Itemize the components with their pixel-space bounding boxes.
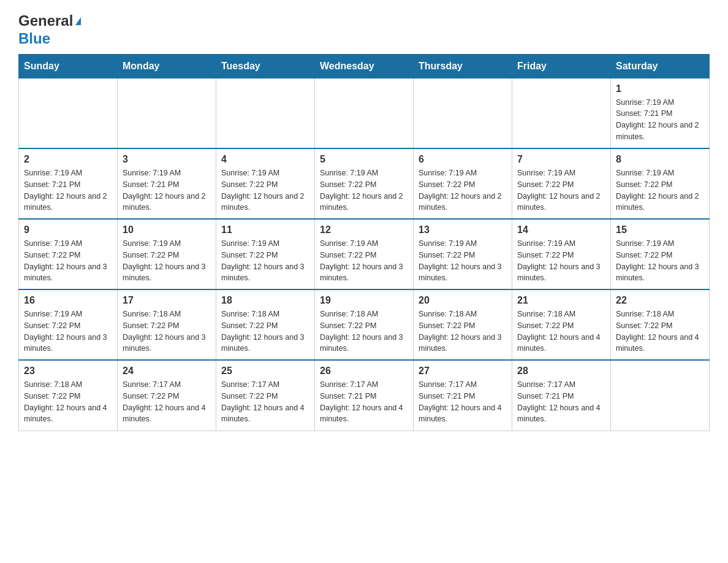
logo-general: General xyxy=(18,12,73,30)
day-number: 28 xyxy=(517,366,605,377)
day-info: Sunrise: 7:18 AMSunset: 7:22 PMDaylight:… xyxy=(616,308,704,354)
day-info: Sunrise: 7:17 AMSunset: 7:21 PMDaylight:… xyxy=(320,379,408,425)
day-info: Sunrise: 7:19 AMSunset: 7:22 PMDaylight:… xyxy=(419,238,507,284)
day-number: 1 xyxy=(616,83,704,94)
day-info: Sunrise: 7:19 AMSunset: 7:22 PMDaylight:… xyxy=(320,167,408,213)
calendar-header-row: SundayMondayTuesdayWednesdayThursdayFrid… xyxy=(19,54,710,78)
calendar-day-cell: 1Sunrise: 7:19 AMSunset: 7:21 PMDaylight… xyxy=(611,78,710,148)
logo-blue: Blue xyxy=(18,30,82,48)
calendar-week-row: 23Sunrise: 7:18 AMSunset: 7:22 PMDayligh… xyxy=(19,360,710,431)
day-info: Sunrise: 7:19 AMSunset: 7:22 PMDaylight:… xyxy=(616,238,704,284)
day-header-tuesday: Tuesday xyxy=(216,54,315,78)
day-header-monday: Monday xyxy=(118,54,216,78)
calendar-day-cell xyxy=(118,78,216,148)
calendar-day-cell: 23Sunrise: 7:18 AMSunset: 7:22 PMDayligh… xyxy=(19,360,118,431)
calendar-day-cell: 13Sunrise: 7:19 AMSunset: 7:22 PMDayligh… xyxy=(414,219,512,289)
day-info: Sunrise: 7:19 AMSunset: 7:22 PMDaylight:… xyxy=(24,238,112,284)
day-number: 2 xyxy=(24,154,112,165)
calendar-day-cell xyxy=(315,78,414,148)
day-info: Sunrise: 7:18 AMSunset: 7:22 PMDaylight:… xyxy=(419,308,507,354)
calendar-day-cell xyxy=(19,78,118,148)
calendar-day-cell xyxy=(216,78,315,148)
day-number: 13 xyxy=(419,224,507,236)
day-info: Sunrise: 7:19 AMSunset: 7:22 PMDaylight:… xyxy=(616,167,704,213)
day-number: 26 xyxy=(320,366,408,377)
day-number: 14 xyxy=(517,224,605,236)
day-header-sunday: Sunday xyxy=(19,54,118,78)
calendar-day-cell: 27Sunrise: 7:17 AMSunset: 7:21 PMDayligh… xyxy=(414,360,512,431)
day-info: Sunrise: 7:18 AMSunset: 7:22 PMDaylight:… xyxy=(123,308,211,354)
day-number: 22 xyxy=(616,295,704,306)
calendar-week-row: 2Sunrise: 7:19 AMSunset: 7:21 PMDaylight… xyxy=(19,148,710,219)
calendar-day-cell: 10Sunrise: 7:19 AMSunset: 7:22 PMDayligh… xyxy=(118,219,216,289)
logo-wordmark: General Blue xyxy=(18,12,82,48)
day-number: 16 xyxy=(24,295,112,306)
day-number: 24 xyxy=(123,366,211,377)
calendar-day-cell: 19Sunrise: 7:18 AMSunset: 7:22 PMDayligh… xyxy=(315,289,414,360)
day-info: Sunrise: 7:17 AMSunset: 7:22 PMDaylight:… xyxy=(221,379,309,425)
day-number: 20 xyxy=(419,295,507,306)
day-info: Sunrise: 7:19 AMSunset: 7:22 PMDaylight:… xyxy=(419,167,507,213)
day-number: 27 xyxy=(419,366,507,377)
calendar-day-cell: 18Sunrise: 7:18 AMSunset: 7:22 PMDayligh… xyxy=(216,289,315,360)
day-number: 17 xyxy=(123,295,211,306)
day-info: Sunrise: 7:19 AMSunset: 7:22 PMDaylight:… xyxy=(24,308,112,354)
calendar-day-cell: 17Sunrise: 7:18 AMSunset: 7:22 PMDayligh… xyxy=(118,289,216,360)
day-number: 3 xyxy=(123,154,211,165)
calendar-week-row: 16Sunrise: 7:19 AMSunset: 7:22 PMDayligh… xyxy=(19,289,710,360)
calendar-table: SundayMondayTuesdayWednesdayThursdayFrid… xyxy=(18,54,710,431)
day-number: 11 xyxy=(221,224,309,236)
logo: General Blue xyxy=(18,12,82,48)
day-number: 9 xyxy=(24,224,112,236)
day-number: 15 xyxy=(616,224,704,236)
day-number: 8 xyxy=(616,154,704,165)
day-info: Sunrise: 7:19 AMSunset: 7:22 PMDaylight:… xyxy=(221,167,309,213)
calendar-day-cell: 26Sunrise: 7:17 AMSunset: 7:21 PMDayligh… xyxy=(315,360,414,431)
calendar-day-cell: 16Sunrise: 7:19 AMSunset: 7:22 PMDayligh… xyxy=(19,289,118,360)
day-header-thursday: Thursday xyxy=(414,54,512,78)
day-number: 23 xyxy=(24,366,112,377)
day-info: Sunrise: 7:19 AMSunset: 7:22 PMDaylight:… xyxy=(320,238,408,284)
day-info: Sunrise: 7:18 AMSunset: 7:22 PMDaylight:… xyxy=(517,308,605,354)
day-header-friday: Friday xyxy=(512,54,611,78)
day-header-saturday: Saturday xyxy=(611,54,710,78)
day-number: 6 xyxy=(419,154,507,165)
calendar-day-cell: 9Sunrise: 7:19 AMSunset: 7:22 PMDaylight… xyxy=(19,219,118,289)
day-info: Sunrise: 7:18 AMSunset: 7:22 PMDaylight:… xyxy=(221,308,309,354)
page-header: General Blue xyxy=(18,12,710,48)
calendar-day-cell: 12Sunrise: 7:19 AMSunset: 7:22 PMDayligh… xyxy=(315,219,414,289)
calendar-day-cell: 25Sunrise: 7:17 AMSunset: 7:22 PMDayligh… xyxy=(216,360,315,431)
calendar-day-cell: 20Sunrise: 7:18 AMSunset: 7:22 PMDayligh… xyxy=(414,289,512,360)
calendar-day-cell: 15Sunrise: 7:19 AMSunset: 7:22 PMDayligh… xyxy=(611,219,710,289)
calendar-day-cell: 11Sunrise: 7:19 AMSunset: 7:22 PMDayligh… xyxy=(216,219,315,289)
day-number: 10 xyxy=(123,224,211,236)
calendar-day-cell xyxy=(512,78,611,148)
calendar-day-cell: 6Sunrise: 7:19 AMSunset: 7:22 PMDaylight… xyxy=(414,148,512,219)
calendar-day-cell: 14Sunrise: 7:19 AMSunset: 7:22 PMDayligh… xyxy=(512,219,611,289)
day-number: 25 xyxy=(221,366,309,377)
day-info: Sunrise: 7:18 AMSunset: 7:22 PMDaylight:… xyxy=(320,308,408,354)
day-number: 5 xyxy=(320,154,408,165)
day-info: Sunrise: 7:19 AMSunset: 7:21 PMDaylight:… xyxy=(616,97,704,143)
day-number: 7 xyxy=(517,154,605,165)
calendar-day-cell: 7Sunrise: 7:19 AMSunset: 7:22 PMDaylight… xyxy=(512,148,611,219)
calendar-week-row: 1Sunrise: 7:19 AMSunset: 7:21 PMDaylight… xyxy=(19,78,710,148)
day-number: 21 xyxy=(517,295,605,306)
day-info: Sunrise: 7:19 AMSunset: 7:21 PMDaylight:… xyxy=(24,167,112,213)
calendar-day-cell: 24Sunrise: 7:17 AMSunset: 7:22 PMDayligh… xyxy=(118,360,216,431)
calendar-day-cell xyxy=(611,360,710,431)
calendar-day-cell: 4Sunrise: 7:19 AMSunset: 7:22 PMDaylight… xyxy=(216,148,315,219)
calendar-day-cell: 5Sunrise: 7:19 AMSunset: 7:22 PMDaylight… xyxy=(315,148,414,219)
day-info: Sunrise: 7:19 AMSunset: 7:22 PMDaylight:… xyxy=(221,238,309,284)
calendar-day-cell: 22Sunrise: 7:18 AMSunset: 7:22 PMDayligh… xyxy=(611,289,710,360)
calendar-day-cell: 8Sunrise: 7:19 AMSunset: 7:22 PMDaylight… xyxy=(611,148,710,219)
day-header-wednesday: Wednesday xyxy=(315,54,414,78)
day-number: 4 xyxy=(221,154,309,165)
day-info: Sunrise: 7:19 AMSunset: 7:22 PMDaylight:… xyxy=(123,238,211,284)
day-info: Sunrise: 7:19 AMSunset: 7:22 PMDaylight:… xyxy=(517,238,605,284)
day-info: Sunrise: 7:19 AMSunset: 7:22 PMDaylight:… xyxy=(517,167,605,213)
day-info: Sunrise: 7:18 AMSunset: 7:22 PMDaylight:… xyxy=(24,379,112,425)
calendar-week-row: 9Sunrise: 7:19 AMSunset: 7:22 PMDaylight… xyxy=(19,219,710,289)
calendar-day-cell xyxy=(414,78,512,148)
day-info: Sunrise: 7:17 AMSunset: 7:22 PMDaylight:… xyxy=(123,379,211,425)
